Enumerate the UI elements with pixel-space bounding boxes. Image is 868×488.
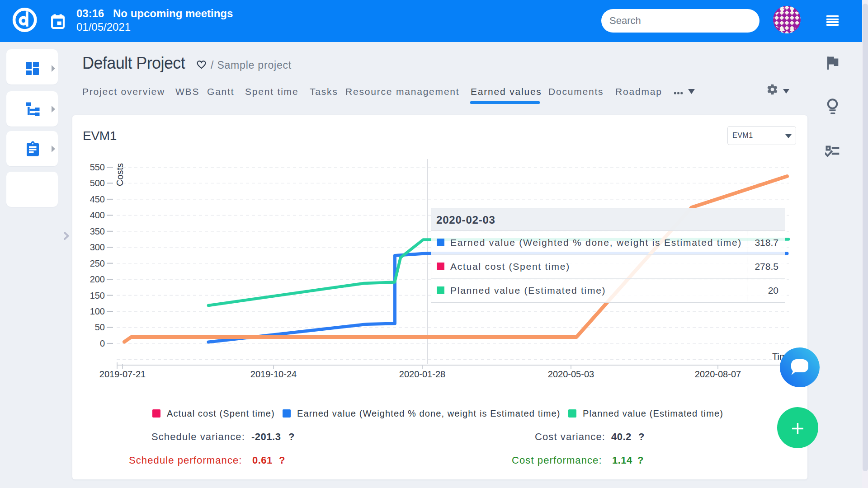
svg-text:550: 550 [90,162,105,172]
svg-text:150: 150 [90,291,105,300]
svg-text:2020-08-07: 2020-08-07 [695,369,741,379]
svg-text:100: 100 [90,306,105,316]
svg-text:250: 250 [90,258,105,268]
svg-text:2020-01-28: 2020-01-28 [399,369,445,379]
svg-text:0: 0 [100,338,105,348]
svg-text:2020-05-03: 2020-05-03 [548,369,594,379]
svg-text:450: 450 [90,194,105,204]
svg-text:200: 200 [90,274,105,284]
svg-text:2019-10-24: 2019-10-24 [250,369,297,379]
svg-text:350: 350 [90,226,105,236]
svg-text:300: 300 [90,242,105,252]
svg-text:500: 500 [90,178,105,188]
svg-text:400: 400 [90,210,105,220]
svg-text:Costs: Costs [115,163,125,186]
svg-text:2019-07-21: 2019-07-21 [99,369,146,379]
svg-text:50: 50 [95,322,105,332]
